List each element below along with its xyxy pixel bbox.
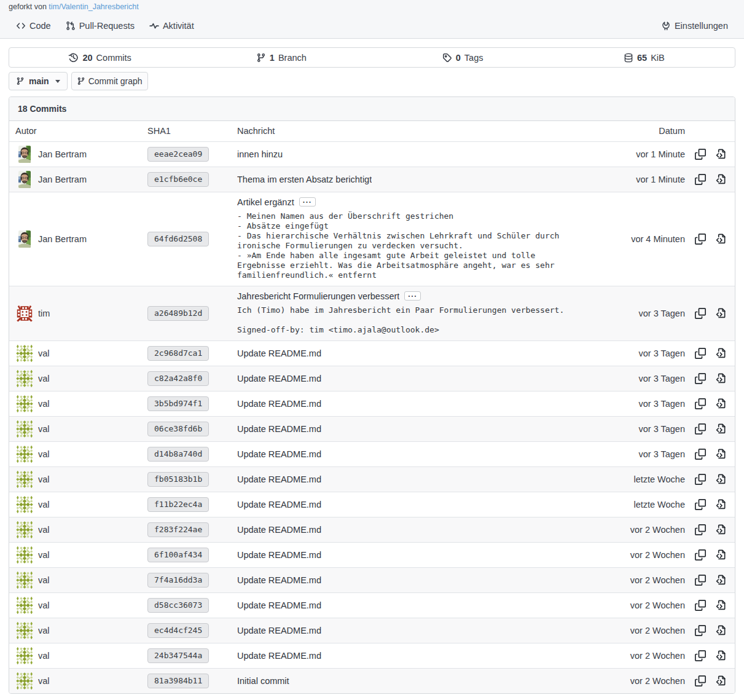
commit-message-link[interactable]: Initial commit [237, 676, 289, 686]
commit-message-link[interactable]: Update README.md [237, 575, 321, 585]
stat-tags-value: 0 [456, 53, 461, 63]
view-file-at-commit-icon[interactable] [715, 549, 726, 560]
copy-sha-icon[interactable] [695, 499, 706, 510]
view-file-at-commit-icon[interactable] [715, 234, 726, 245]
view-file-at-commit-icon[interactable] [715, 149, 726, 160]
copy-sha-icon[interactable] [695, 398, 706, 409]
commit-sha-button[interactable]: e1cfb6e0ce [147, 172, 209, 187]
copy-sha-icon[interactable] [695, 524, 706, 535]
author-name: val [38, 424, 50, 434]
fork-origin-link[interactable]: tim/Valentin_Jahresbericht [49, 2, 138, 11]
commit-sha-button[interactable]: a26489b12d [147, 306, 209, 321]
expand-commit-message-button[interactable]: ··· [299, 197, 316, 206]
commit-sha-button[interactable]: f11b22ec4a [147, 497, 209, 512]
commit-sha-button[interactable]: c82a42a8f0 [147, 371, 209, 386]
commit-row: val d58cc36073 Update README.md vor 2 Wo… [9, 592, 735, 618]
view-file-at-commit-icon[interactable] [715, 474, 726, 485]
commit-message-link[interactable]: innen hinzu [237, 149, 283, 159]
copy-sha-icon[interactable] [695, 149, 706, 160]
view-file-at-commit-icon[interactable] [715, 625, 726, 636]
stat-size[interactable]: 65 KiB [554, 48, 735, 67]
commit-sha-button[interactable]: 2c968d7ca1 [147, 346, 209, 361]
view-file-at-commit-icon[interactable] [715, 449, 726, 460]
commit-sha-button[interactable]: 6f100af434 [147, 548, 209, 562]
stat-commits[interactable]: 20 Commits [9, 48, 190, 67]
commit-message-link[interactable]: Update README.md [237, 374, 321, 383]
commit-message-link[interactable]: Update README.md [237, 525, 321, 535]
stat-size-value: 65 [637, 53, 647, 63]
commit-sha-button[interactable]: 24b347544a [147, 648, 209, 663]
commit-message-link[interactable]: Jahresbericht Formulierungen verbessert [237, 291, 399, 301]
copy-sha-icon[interactable] [695, 449, 706, 460]
copy-sha-icon[interactable] [695, 234, 706, 245]
view-file-at-commit-icon[interactable] [715, 499, 726, 510]
expand-commit-message-button[interactable]: ··· [404, 291, 421, 301]
copy-sha-icon[interactable] [695, 625, 706, 636]
commit-date: vor 2 Wochen [611, 668, 689, 693]
commit-message-link[interactable]: Update README.md [237, 474, 321, 484]
tab-activity[interactable]: Aktivität [142, 14, 202, 38]
commit-sha-button[interactable]: fb05183b1b [147, 472, 209, 487]
view-file-at-commit-icon[interactable] [715, 308, 726, 319]
history-icon [68, 52, 79, 63]
branch-selector-button[interactable]: main [9, 72, 68, 90]
view-file-at-commit-icon[interactable] [715, 600, 726, 611]
view-file-at-commit-icon[interactable] [715, 575, 726, 586]
commit-sha-button[interactable]: 7f4a16dd3a [147, 573, 209, 588]
commit-sha-button[interactable]: ec4d4cf245 [147, 623, 209, 638]
copy-sha-icon[interactable] [695, 675, 706, 686]
commit-sha-button[interactable]: f283f224ae [147, 522, 209, 537]
author-name: val [38, 399, 50, 409]
commit-message-link[interactable]: Update README.md [237, 348, 321, 358]
commit-sha-button[interactable]: 64fd6d2508 [147, 232, 209, 246]
commit-sha-button[interactable]: 81a3984b11 [147, 674, 209, 688]
copy-sha-icon[interactable] [695, 650, 706, 661]
commit-sha-button[interactable]: eeae2cea09 [147, 147, 209, 162]
stat-commits-label: Commits [96, 53, 131, 63]
view-file-at-commit-icon[interactable] [715, 174, 726, 185]
commit-message-link[interactable]: Update README.md [237, 550, 321, 560]
commit-message-link[interactable]: Update README.md [237, 399, 321, 409]
view-file-at-commit-icon[interactable] [715, 398, 726, 409]
view-file-at-commit-icon[interactable] [715, 524, 726, 535]
avatar-val [16, 572, 33, 589]
commit-message-link[interactable]: Update README.md [237, 500, 321, 509]
commit-graph-button[interactable]: Commit graph [71, 72, 148, 90]
view-file-at-commit-icon[interactable] [715, 373, 726, 384]
copy-sha-icon[interactable] [695, 348, 706, 359]
copy-sha-icon[interactable] [695, 423, 706, 435]
commit-row: val d14b8a740d Update README.md vor 3 Ta… [9, 441, 735, 466]
commit-message-link[interactable]: Update README.md [237, 600, 321, 610]
avatar-tim [16, 305, 33, 322]
stat-tags[interactable]: 0 Tags [372, 48, 554, 67]
tab-code[interactable]: Code [9, 14, 58, 38]
copy-sha-icon[interactable] [695, 474, 706, 485]
commit-author: val [15, 672, 135, 690]
commit-sha-button[interactable]: 3b5bd974f1 [147, 396, 209, 411]
view-file-at-commit-icon[interactable] [715, 650, 726, 661]
stat-branches[interactable]: 1 Branch [190, 48, 372, 67]
commit-sha-button[interactable]: d14b8a740d [147, 447, 209, 462]
view-file-at-commit-icon[interactable] [715, 348, 726, 359]
commit-sha-button[interactable]: 06ce38fd6b [147, 422, 209, 436]
copy-sha-icon[interactable] [695, 600, 706, 611]
commit-message-link[interactable]: Update README.md [237, 651, 321, 661]
commit-sha-button[interactable]: d58cc36073 [147, 598, 209, 613]
tab-pull-requests[interactable]: Pull-Requests [58, 14, 142, 38]
commit-message-link[interactable]: Update README.md [237, 626, 321, 635]
commit-date: vor 1 Minute [611, 167, 689, 192]
commit-message-link[interactable]: Thema im ersten Absatz berichtigt [237, 175, 372, 184]
copy-sha-icon[interactable] [695, 373, 706, 384]
copy-sha-icon[interactable] [695, 549, 706, 560]
repo-stats-bar: 20 Commits 1 Branch 0 Tags 65 KiB [9, 47, 735, 68]
commit-message-link[interactable]: Artikel ergänzt [237, 197, 294, 207]
commit-message-link[interactable]: Update README.md [237, 449, 321, 459]
commit-message-link[interactable]: Update README.md [237, 424, 321, 434]
tab-settings[interactable]: Einstellungen [654, 14, 735, 38]
commit-row: val f11b22ec4a Update README.md letzte W… [9, 492, 735, 517]
view-file-at-commit-icon[interactable] [715, 423, 726, 435]
copy-sha-icon[interactable] [695, 308, 706, 319]
view-file-at-commit-icon[interactable] [715, 675, 726, 686]
copy-sha-icon[interactable] [695, 575, 706, 586]
copy-sha-icon[interactable] [695, 174, 706, 185]
